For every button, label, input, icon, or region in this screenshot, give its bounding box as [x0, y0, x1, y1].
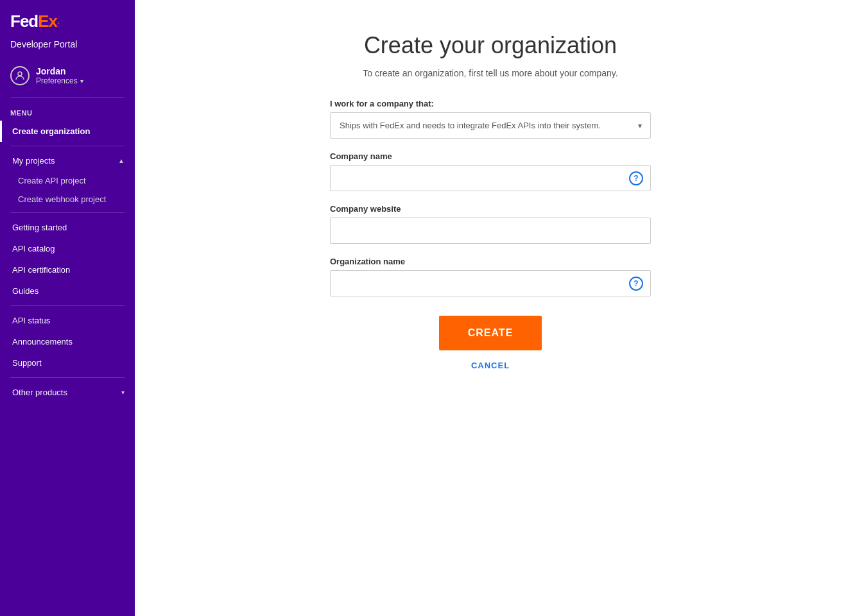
sidebar-item-label: Support: [12, 358, 42, 368]
company-name-input[interactable]: [330, 165, 651, 191]
divider-5: [10, 377, 125, 378]
logo-dot: .: [58, 18, 59, 25]
company-type-select[interactable]: Ships with FedEx and needs to integrate …: [330, 112, 651, 139]
sidebar-item-label: API catalog: [12, 244, 55, 253]
sidebar-item-announcements[interactable]: Announcements: [0, 331, 135, 352]
company-name-input-wrapper: ?: [330, 165, 651, 191]
sidebar-item-label: Other products: [12, 388, 67, 397]
company-website-label: Company website: [330, 204, 651, 214]
sidebar-item-label: Announcements: [12, 337, 73, 346]
company-type-select-wrapper: Ships with FedEx and needs to integrate …: [330, 112, 651, 139]
sidebar-item-create-webhook-project[interactable]: Create webhook project: [0, 190, 135, 209]
divider-3: [10, 212, 125, 213]
sidebar-item-support[interactable]: Support: [0, 352, 135, 373]
user-preferences: Preferences ▾: [36, 76, 83, 85]
sidebar-item-label: API status: [12, 316, 50, 325]
logo-ex-text: Ex: [38, 12, 57, 31]
sidebar: FedEx. Developer Portal Jordan Preferenc…: [0, 0, 135, 616]
page-title: Create your organization: [330, 32, 651, 59]
sidebar-sub-item-label: Create API project: [18, 176, 86, 185]
company-name-label: Company name: [330, 151, 651, 161]
company-type-group: I work for a company that: Ships with Fe…: [330, 99, 651, 139]
user-menu[interactable]: Jordan Preferences ▾: [0, 58, 135, 93]
sidebar-item-label: Guides: [12, 286, 39, 296]
user-avatar-icon: [10, 66, 30, 85]
divider-1: [10, 97, 125, 98]
sidebar-item-getting-started[interactable]: Getting started: [0, 217, 135, 238]
company-website-input[interactable]: [330, 218, 651, 244]
divider-2: [10, 146, 125, 146]
menu-label: MENU: [0, 101, 135, 121]
form-container: Create your organization To create an or…: [330, 32, 651, 370]
sidebar-item-api-certification[interactable]: API certification: [0, 259, 135, 280]
sidebar-item-label: API certification: [12, 265, 70, 275]
main-content: Create your organization To create an or…: [135, 0, 846, 616]
create-org-form: I work for a company that: Ships with Fe…: [330, 99, 651, 370]
page-subtitle: To create an organization, first tell us…: [330, 68, 651, 78]
portal-title: Developer Portal: [0, 38, 135, 58]
org-name-group: Organization name ?: [330, 257, 651, 296]
create-button[interactable]: CREATE: [439, 316, 542, 350]
company-website-group: Company website: [330, 204, 651, 244]
logo-fed-text: Fed: [10, 12, 38, 31]
sidebar-item-label: Getting started: [12, 223, 67, 232]
cancel-button[interactable]: CANCEL: [471, 361, 510, 370]
user-name: Jordan: [36, 66, 83, 76]
user-info: Jordan Preferences ▾: [36, 66, 83, 85]
company-name-group: Company name ?: [330, 151, 651, 191]
logo-container: FedEx.: [0, 0, 135, 38]
fedex-logo: FedEx.: [10, 12, 125, 31]
sidebar-item-label: My projects: [12, 156, 55, 166]
sidebar-item-create-organization[interactable]: Create organization: [0, 121, 135, 142]
org-name-label: Organization name: [330, 257, 651, 266]
sidebar-item-create-api-project[interactable]: Create API project: [0, 171, 135, 190]
sidebar-item-guides[interactable]: Guides: [0, 280, 135, 302]
preferences-label: Preferences: [36, 76, 78, 85]
org-name-input-wrapper: ?: [330, 270, 651, 296]
sidebar-item-api-catalog[interactable]: API catalog: [0, 238, 135, 259]
chevron-down-icon: ▾: [121, 389, 125, 396]
company-website-input-wrapper: [330, 218, 651, 244]
sidebar-item-label: Create organization: [12, 126, 90, 136]
sidebar-item-api-status[interactable]: API status: [0, 310, 135, 331]
company-type-label: I work for a company that:: [330, 99, 651, 108]
sidebar-item-my-projects[interactable]: My projects ▲: [0, 150, 135, 171]
svg-point-0: [18, 72, 22, 76]
org-name-input[interactable]: [330, 270, 651, 296]
company-name-help-icon[interactable]: ?: [629, 171, 643, 185]
sidebar-item-other-products[interactable]: Other products ▾: [0, 382, 135, 403]
chevron-up-icon: ▲: [118, 157, 125, 164]
sidebar-sub-item-label: Create webhook project: [18, 194, 106, 204]
org-name-help-icon[interactable]: ?: [629, 277, 643, 291]
chevron-down-icon: ▾: [80, 78, 83, 85]
divider-4: [10, 305, 125, 306]
